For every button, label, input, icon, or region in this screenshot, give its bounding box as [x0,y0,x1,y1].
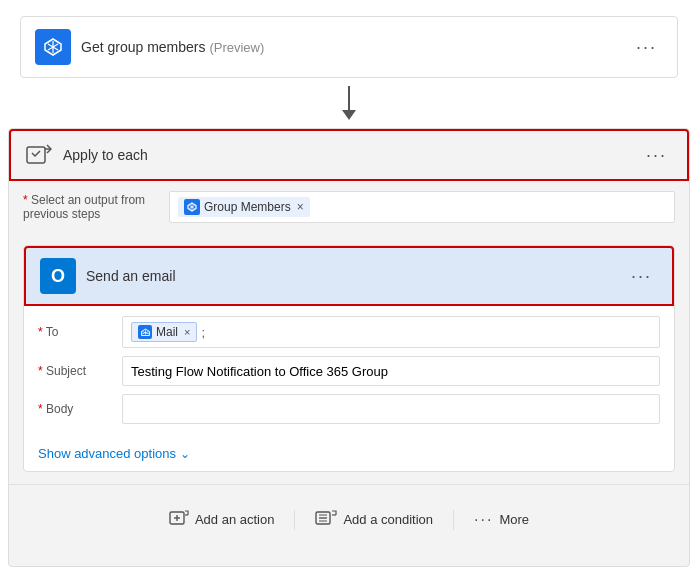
apply-to-each-container: Apply to each ··· * Select an output fro… [8,128,690,567]
top-card-more-button[interactable]: ··· [630,35,663,60]
body-input[interactable] [122,394,660,424]
more-label: More [499,512,529,527]
more-dots-icon: ··· [474,511,493,529]
to-input[interactable]: Mail × ; [122,316,660,348]
select-output-label: * Select an output from previous steps [23,193,153,221]
send-email-card: O Send an email ··· * To [23,245,675,472]
add-action-icon [169,509,189,530]
mail-tag-close[interactable]: × [184,326,190,338]
outlook-icon: O [40,258,76,294]
add-condition-label: Add a condition [343,512,433,527]
group-members-tag-label: Group Members [204,200,291,214]
send-email-form: * To Mail × ; [24,306,674,442]
bottom-actions-bar: Add an action Add a condition [9,484,689,550]
add-action-label: Add an action [195,512,275,527]
get-group-members-card: Get group members (Preview) ··· [20,16,678,78]
advanced-options-label: Show advanced options [38,446,176,461]
send-email-more-button[interactable]: ··· [625,264,658,289]
select-output-row: * Select an output from previous steps G… [9,181,689,233]
arrow-connector [0,78,698,128]
get-group-members-icon [35,29,71,65]
more-button[interactable]: ··· More [454,503,549,537]
apply-to-each-title: Apply to each [63,147,148,163]
subject-input[interactable] [122,356,660,386]
mail-tag-icon [138,325,152,339]
add-condition-icon [315,509,337,530]
apply-to-each-more-button[interactable]: ··· [640,143,673,168]
body-label: * Body [38,402,108,416]
preview-text: (Preview) [209,40,264,55]
body-field-row: * Body [38,394,660,424]
group-members-tag: Group Members × [178,197,310,217]
send-email-header-left: O Send an email [40,258,176,294]
get-group-members-title: Get group members (Preview) [81,39,264,55]
top-card-left: Get group members (Preview) [35,29,264,65]
apply-to-each-icon [25,141,53,169]
subject-field-row: * Subject [38,356,660,386]
show-advanced-options-link[interactable]: Show advanced options ⌄ [24,442,204,471]
chevron-down-icon: ⌄ [180,447,190,461]
apply-to-each-header-left: Apply to each [25,141,148,169]
page-wrapper: Get group members (Preview) ··· [0,16,698,578]
mail-tag-label: Mail [156,325,178,339]
arrow-line [348,86,350,110]
to-label: * To [38,325,108,339]
body-text-input[interactable] [131,402,651,417]
select-output-input[interactable]: Group Members × [169,191,675,223]
to-field-row: * To Mail × ; [38,316,660,348]
arrow-head [342,110,356,120]
subject-text-input[interactable] [131,364,651,379]
add-action-button[interactable]: Add an action [149,501,295,538]
subject-label: * Subject [38,364,108,378]
tag-icon [184,199,200,215]
send-email-header: O Send an email ··· [24,246,674,306]
send-email-title: Send an email [86,268,176,284]
group-members-tag-close[interactable]: × [297,200,304,214]
apply-to-each-header: Apply to each ··· [9,129,689,181]
add-condition-button[interactable]: Add a condition [295,501,453,538]
mail-tag: Mail × [131,322,197,342]
mail-tag-semicolon: ; [201,325,205,340]
